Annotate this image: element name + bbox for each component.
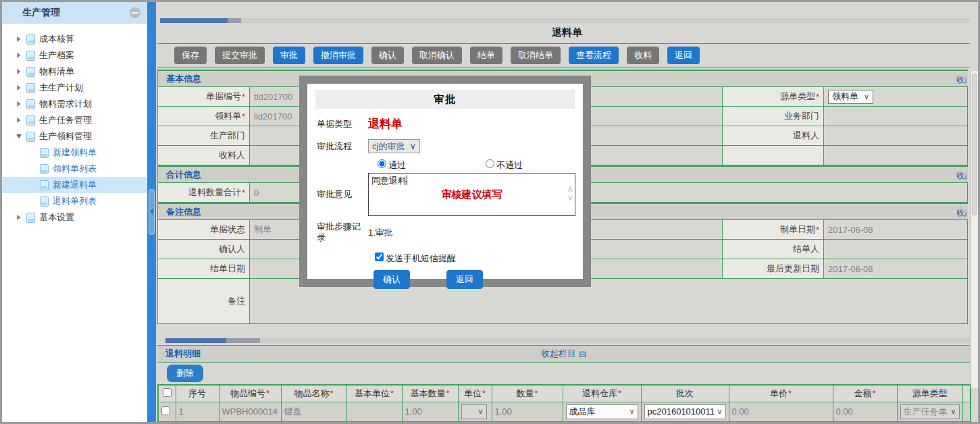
scroll-down-icon[interactable]: ∨ — [567, 193, 573, 202]
cell-price[interactable]: 0.00 — [729, 402, 833, 422]
scrollbar-thumb[interactable] — [972, 74, 977, 215]
confirm-button[interactable]: 确认 — [371, 47, 404, 64]
close-order-button[interactable]: 结单 — [470, 47, 502, 64]
page-title: 退料单 — [156, 26, 978, 39]
document-icon — [26, 213, 35, 223]
pass-radio-option[interactable]: 通过 — [378, 159, 406, 171]
expand-arrow-icon[interactable] — [14, 85, 24, 90]
sidebar-collapse-handle[interactable] — [149, 189, 155, 235]
sidebar-item-requisition-list[interactable]: 领料单列表 — [2, 161, 147, 177]
col-warehouse: 退料仓库* — [563, 385, 641, 402]
required-mark: * — [242, 111, 245, 122]
business-dept-field — [824, 107, 968, 126]
sidebar-item-new-requisition[interactable]: 新建领料单 — [2, 144, 147, 161]
sms-checkbox-option[interactable]: 发送手机短信提醒 — [375, 253, 456, 265]
submit-approval-button[interactable]: 提交审批 — [215, 47, 265, 64]
sidebar-item-bom[interactable]: 物料清单 — [2, 63, 147, 80]
source-type-row-select[interactable]: 生产任务单∨ — [900, 404, 960, 419]
pass-radio[interactable] — [378, 159, 386, 168]
field-label: 确认人 — [158, 240, 250, 259]
collapse-section-link[interactable]: 收起栏目 — [956, 170, 966, 182]
document-icon — [26, 67, 35, 77]
toolbar: 保存 提交审批 审批 撤消审批 确认 取消确认 结单 取消结单 查看流程 收料 … — [157, 43, 970, 68]
required-mark: * — [816, 92, 819, 102]
document-icon — [40, 148, 49, 158]
sidebar-item-mrp[interactable]: 物料需求计划 — [2, 96, 147, 112]
warehouse-select[interactable]: 成品库∨ — [566, 404, 638, 419]
cell-warehouse: 成品库∨ — [563, 402, 641, 422]
scrollbar-segment[interactable] — [226, 338, 260, 343]
cancel-approval-button[interactable]: 撤消审批 — [313, 47, 363, 64]
horizontal-scrollbar-top — [160, 18, 970, 23]
expand-arrow-icon[interactable] — [14, 101, 24, 107]
sms-checkbox[interactable] — [375, 253, 384, 261]
col-batch: 批次 — [641, 385, 729, 402]
field-label: 业务部门 — [723, 107, 824, 126]
collapse-section-link[interactable]: 收起栏目 — [956, 74, 966, 86]
scrollbar-thumb[interactable] — [160, 18, 228, 23]
receive-material-button[interactable]: 收料 — [627, 47, 659, 64]
source-type-select[interactable]: 领料单 ∨ — [828, 90, 873, 104]
decision-row: 通过 不通过 — [378, 159, 583, 171]
modal-back-button[interactable]: 返回 — [446, 270, 483, 289]
modal-title: 审批 — [315, 90, 575, 109]
cancel-confirm-button[interactable]: 取消确认 — [412, 47, 462, 64]
sidebar-item-cost-accounting[interactable]: 成本核算 — [2, 31, 147, 47]
fail-radio-option[interactable]: 不通过 — [486, 159, 523, 171]
field-label: 制单日期* — [723, 220, 824, 240]
delete-button[interactable]: 删除 — [167, 365, 203, 382]
sidebar-item-master-plan[interactable]: 主生产计划 — [2, 80, 147, 96]
steps-value: 1.审批 — [368, 221, 393, 243]
required-mark: * — [482, 388, 486, 398]
sidebar-item-label: 领料单列表 — [53, 163, 97, 175]
sidebar-item-material-requisition[interactable]: 生产领料管理 — [2, 128, 147, 144]
document-icon — [26, 99, 35, 109]
doc-type-label: 单据类型 — [317, 118, 368, 130]
flow-select[interactable]: cj的审批 ∨ — [368, 139, 420, 153]
opinion-hint: 审核建议填写 — [369, 188, 575, 201]
doc-type-value: 退料单 — [368, 116, 403, 132]
sidebar-item-basic-settings[interactable]: 基本设置 — [2, 209, 147, 226]
collapse-detail-link[interactable]: 收起栏目 ⊟ — [541, 348, 586, 360]
col-base-unit: 基本单位* — [346, 385, 402, 402]
opinion-textarea[interactable]: 同意退料 审核建议填写 ∧ ∨ — [368, 173, 575, 216]
unit-select[interactable]: ∨ — [461, 404, 487, 419]
sms-row: 发送手机短信提醒 — [375, 253, 583, 265]
scrollbar-thumb[interactable] — [165, 338, 233, 343]
required-mark: * — [872, 388, 875, 398]
collapse-detail-label: 收起栏目 — [541, 348, 576, 360]
expand-arrow-icon[interactable] — [14, 69, 24, 74]
scrollbar-segment[interactable] — [228, 18, 241, 23]
fail-radio[interactable] — [486, 159, 494, 168]
sidebar-item-production-archive[interactable]: 生产档案 — [2, 47, 147, 63]
row-checkbox[interactable] — [161, 406, 170, 415]
expand-arrow-icon[interactable] — [14, 117, 24, 123]
approve-button[interactable]: 审批 — [273, 47, 305, 64]
sidebar-collapse-icon[interactable] — [130, 7, 140, 18]
select-all-checkbox[interactable] — [163, 388, 172, 397]
expand-arrow-icon[interactable] — [14, 53, 24, 58]
collapse-section-link[interactable]: 收起栏目 — [956, 207, 966, 219]
required-mark: * — [242, 188, 245, 198]
collapse-arrow-icon[interactable] — [14, 134, 24, 138]
section-title: 基本信息 — [166, 73, 201, 85]
sidebar-item-label: 物料需求计划 — [39, 98, 92, 110]
cell-amount: 0.00 — [833, 402, 897, 422]
batch-select[interactable]: pc201601010011∨ — [644, 404, 726, 419]
sidebar-item-material-return-list[interactable]: 退料单列表 — [2, 193, 147, 209]
modal-confirm-button[interactable]: 确认 — [373, 270, 410, 289]
sidebar-item-task-management[interactable]: 生产任务管理 — [2, 112, 147, 128]
flow-row: 审批流程 cj的审批 ∨ — [317, 139, 583, 153]
col-item-name: 物品名称* — [281, 385, 346, 402]
cell-qty[interactable]: 1.00 — [492, 402, 563, 422]
field-label: 结单人 — [723, 240, 824, 259]
expand-arrow-icon[interactable] — [14, 215, 24, 220]
expand-arrow-icon[interactable] — [14, 36, 24, 42]
save-button[interactable]: 保存 — [174, 47, 207, 64]
cancel-close-order-button[interactable]: 取消结单 — [511, 47, 561, 64]
sidebar-item-new-material-return[interactable]: 新建退料单 — [2, 177, 147, 193]
detail-toolbar: 删除 — [157, 363, 970, 384]
return-button[interactable]: 返回 — [667, 47, 700, 64]
select-value: 生产任务单 — [904, 406, 948, 418]
view-flow-button[interactable]: 查看流程 — [569, 47, 619, 64]
